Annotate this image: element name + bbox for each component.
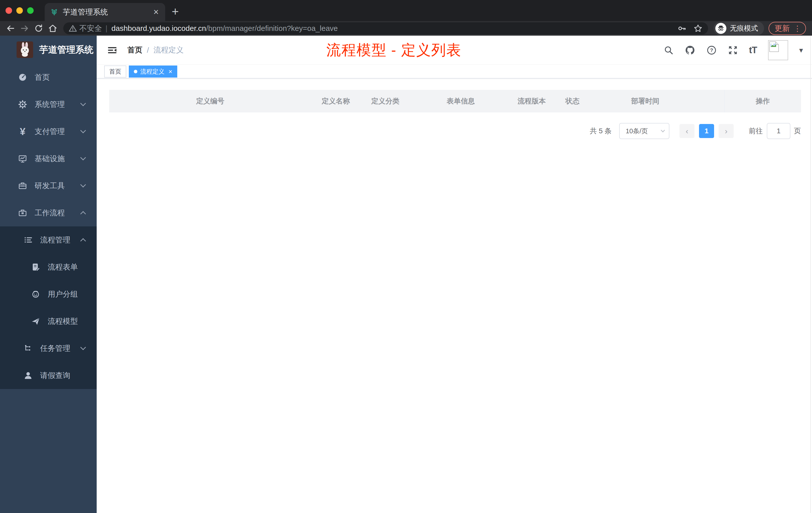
chevron-down-icon <box>80 127 86 133</box>
url-path: /bpm/manager/definition?key=oa_leave <box>206 24 338 33</box>
security-label[interactable]: 不安全 <box>79 23 102 34</box>
sidebar-item-label: 系统管理 <box>35 99 65 110</box>
sidebar-item-label: 首页 <box>35 72 50 83</box>
avatar-caret-down-icon[interactable]: ▾ <box>799 46 803 55</box>
update-button[interactable]: 更新 ⋮ <box>768 22 806 35</box>
back-button[interactable] <box>3 24 18 33</box>
tag-home-label: 首页 <box>109 67 121 76</box>
page-1-button[interactable]: 1 <box>699 124 714 138</box>
window-controls <box>0 0 40 21</box>
security-warning-icon <box>69 24 77 32</box>
form-icon <box>30 262 41 272</box>
tag-home[interactable]: 首页 <box>104 65 126 78</box>
sidebar-item-payment-management[interactable]: ¥支付管理 <box>0 118 97 145</box>
sidebar-item-leave-query[interactable]: 请假查询 <box>0 362 97 389</box>
close-window-button[interactable] <box>5 7 12 14</box>
list-icon <box>23 235 34 245</box>
next-page-button[interactable]: › <box>719 124 734 138</box>
select-chevron-down-icon <box>661 128 665 132</box>
breadcrumb: 首页 / 流程定义 <box>127 45 183 55</box>
tab-title: 芋道管理系统 <box>63 7 152 17</box>
column-header: 定义分类 <box>360 90 410 113</box>
browser-menu-icon[interactable]: ⋮ <box>794 24 802 33</box>
collapse-sidebar-icon[interactable] <box>107 45 117 55</box>
bookmark-star-icon[interactable] <box>694 24 702 33</box>
user-icon <box>23 371 34 380</box>
fullscreen-icon[interactable] <box>728 45 738 55</box>
reload-button[interactable] <box>32 24 46 33</box>
sidebar-item-process-management[interactable]: 流程管理 <box>0 227 97 253</box>
scrollbar-track[interactable] <box>810 36 811 513</box>
update-label: 更新 <box>775 23 790 34</box>
sidebar-item-label: 任务管理 <box>40 343 70 354</box>
incognito-label: 无痕模式 <box>730 24 758 33</box>
breadcrumb-separator: / <box>147 46 149 55</box>
tag-active-dot <box>134 70 137 73</box>
sidebar-item-process-form[interactable]: 流程表单 <box>0 253 97 280</box>
github-icon[interactable] <box>685 45 695 56</box>
tags-bar: 首页 流程定义 × <box>97 65 812 79</box>
sidebar-item-system-management[interactable]: 系统管理 <box>0 91 97 118</box>
sidebar-item-label: 支付管理 <box>35 126 65 137</box>
chevron-up-icon <box>80 211 86 217</box>
sidebar-item-home[interactable]: 首页 <box>0 64 97 91</box>
tree-icon <box>23 343 34 353</box>
tab-favicon-grass-icon <box>50 8 58 16</box>
sidebar-item-process-model[interactable]: 流程模型 <box>0 308 97 335</box>
chevron-down-icon <box>80 182 86 187</box>
sidebar-menu: 首页系统管理¥支付管理基础设施研发工具工作流程流程管理流程表单用户分组流程模型任… <box>0 64 97 389</box>
header-spacer <box>698 90 724 113</box>
breadcrumb-home[interactable]: 首页 <box>127 45 142 55</box>
search-icon[interactable] <box>664 45 674 55</box>
goto-label: 前往 <box>749 126 763 136</box>
svg-text:?: ? <box>710 48 713 53</box>
prev-page-button[interactable]: ‹ <box>679 124 695 138</box>
main-content: 定义编号定义名称定义分类表单信息流程版本状态部署时间操作 共 5 条 10条/页… <box>97 79 812 513</box>
new-tab-button[interactable]: + <box>172 5 179 18</box>
column-header: 操作 <box>724 90 801 113</box>
goto-page-input[interactable]: 1 <box>767 123 790 139</box>
chevron-down-icon <box>80 155 86 160</box>
definition-table: 定义编号定义名称定义分类表单信息流程版本状态部署时间操作 <box>109 90 801 113</box>
dashboard-icon <box>17 72 28 82</box>
column-header: 定义编号 <box>109 90 311 113</box>
help-icon[interactable]: ? <box>706 45 717 56</box>
sidebar-item-label: 基础设施 <box>35 154 65 164</box>
app-title: 芋道管理系统 <box>39 44 93 56</box>
sidebar-item-task-management[interactable]: 任务管理 <box>0 335 97 362</box>
sidebar-item-workflow[interactable]: 工作流程 <box>0 199 97 227</box>
pagination: 共 5 条 10条/页 ‹ 1 › 前往 1 页 <box>109 123 801 139</box>
toolbox-icon <box>17 181 28 190</box>
chevron-down-icon <box>80 100 86 106</box>
column-header: 表单信息 <box>410 90 511 113</box>
tab-close-icon[interactable]: × <box>152 7 160 17</box>
omnibox-divider: | <box>106 24 108 33</box>
page-title-annotation: 流程模型 - 定义列表 <box>326 40 462 60</box>
plane-icon <box>30 316 41 326</box>
sidebar-item-label: 工作流程 <box>35 208 65 218</box>
forward-button[interactable] <box>18 24 32 33</box>
sidebar-item-dev-tools[interactable]: 研发工具 <box>0 172 97 199</box>
font-size-icon[interactable]: tT <box>749 45 757 56</box>
sidebar-item-user-group[interactable]: 用户分组 <box>0 280 97 308</box>
sidebar-logo[interactable]: 芋道管理系统 <box>0 36 97 64</box>
column-header: 流程版本 <box>511 90 552 113</box>
password-key-icon[interactable] <box>677 24 687 33</box>
tag-close-icon[interactable]: × <box>169 68 172 75</box>
sidebar-item-label: 流程管理 <box>40 235 70 245</box>
chevron-up-icon <box>80 238 86 244</box>
gear-icon <box>17 100 28 109</box>
zoom-window-button[interactable] <box>27 7 34 14</box>
address-bar[interactable]: 不安全 | dashboard.yudao.iocoder.cn/bpm/man… <box>63 22 708 34</box>
sidebar-item-label: 请假查询 <box>40 370 70 381</box>
monitor-icon <box>17 154 28 163</box>
chevron-down-icon <box>80 344 86 350</box>
browser-tab[interactable]: 芋道管理系统 × <box>45 3 165 21</box>
breadcrumb-current: 流程定义 <box>153 45 183 55</box>
page-size-select[interactable]: 10条/页 <box>619 123 669 139</box>
minimize-window-button[interactable] <box>16 7 23 14</box>
sidebar-item-infrastructure[interactable]: 基础设施 <box>0 145 97 172</box>
home-button[interactable] <box>46 24 60 33</box>
avatar[interactable] <box>768 40 788 60</box>
tag-process-definition[interactable]: 流程定义 × <box>129 65 177 78</box>
